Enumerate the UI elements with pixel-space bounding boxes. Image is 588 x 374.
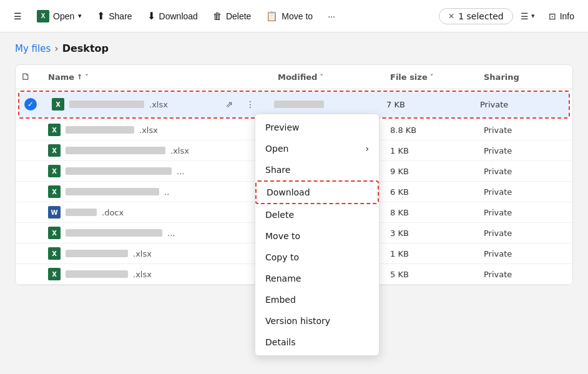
info-button[interactable]: ⊡ Info	[542, 7, 581, 25]
more-icon: ···	[328, 11, 335, 21]
excel-file-icon: X	[48, 124, 61, 136]
open-arrow-icon: ›	[365, 144, 369, 154]
context-menu-details[interactable]: Details	[255, 332, 379, 353]
context-menu-rename[interactable]: Rename	[255, 268, 379, 289]
breadcrumb: My files › Desktop	[15, 42, 573, 54]
row-sharing: Private	[479, 229, 572, 238]
check-icon: ✓	[24, 98, 37, 111]
file-extension: .xlsx	[170, 146, 189, 155]
download-label: Download	[159, 11, 198, 21]
row-file-size: 9 KB	[385, 167, 479, 176]
delete-button[interactable]: 🗑 Delete	[207, 7, 257, 25]
open-button[interactable]: X Open ▾	[31, 6, 88, 26]
share-icon: ⬆	[97, 10, 105, 22]
context-menu: Preview Open › Share Download Delete Mov…	[255, 114, 380, 356]
open-chevron-icon: ▾	[78, 12, 82, 20]
embed-label: Embed	[265, 295, 296, 305]
row-checkbox[interactable]: ✓	[19, 98, 47, 111]
row-name: X ...	[43, 227, 273, 239]
context-menu-open[interactable]: Open ›	[255, 138, 379, 159]
selected-badge: ✕ 1 selected	[439, 8, 513, 24]
header-name[interactable]: Name ↑ ˅	[43, 72, 273, 82]
context-menu-share[interactable]: Share	[255, 159, 379, 180]
copy-to-label: Copy to	[265, 252, 299, 262]
file-name-blur	[66, 229, 162, 237]
move-to-button[interactable]: 📋 Move to	[260, 7, 319, 26]
row-sharing: Private	[479, 270, 572, 279]
open-label: Open	[265, 144, 288, 154]
context-menu-copy-to[interactable]: Copy to	[255, 247, 379, 268]
view-options-button[interactable]: ☰ ▾	[516, 7, 540, 25]
move-to-label: Move to	[282, 11, 313, 21]
row-sharing: Private	[479, 125, 572, 135]
row-name: X ..	[43, 185, 273, 198]
row-sharing: Private	[475, 100, 569, 109]
breadcrumb-current: Desktop	[62, 42, 109, 54]
hamburger-icon: ☰	[14, 11, 22, 21]
context-menu-version-history[interactable]: Version history	[255, 310, 379, 332]
delete-icon: 🗑	[213, 11, 222, 21]
file-name-blur	[66, 188, 159, 195]
header-modified[interactable]: Modified ˅	[273, 72, 385, 82]
move-to-label: Move to	[265, 231, 300, 241]
sort-asc-icon: ↑	[77, 73, 82, 81]
context-menu-download[interactable]: Download	[255, 180, 379, 204]
breadcrumb-separator: ›	[54, 42, 58, 54]
hamburger-button[interactable]: ☰	[7, 7, 28, 25]
file-size-chevron-icon: ˅	[430, 73, 434, 81]
row-sharing: Private	[479, 187, 572, 197]
row-name: X ...	[43, 165, 273, 177]
share-link-icon[interactable]: ⇗	[220, 96, 238, 113]
excel-file-icon: X	[48, 247, 61, 260]
file-name-blur	[66, 250, 128, 257]
share-button[interactable]: ⬆ Share	[91, 6, 138, 26]
file-size-header-label: File size	[390, 72, 428, 82]
row-sharing: Private	[479, 208, 572, 217]
more-vert-icon[interactable]: ⋮	[242, 96, 259, 113]
name-header-label: Name	[48, 72, 74, 82]
context-menu-preview[interactable]: Preview	[255, 117, 379, 138]
more-button[interactable]: ···	[321, 7, 341, 25]
excel-file-icon: X	[52, 98, 64, 111]
breadcrumb-parent[interactable]: My files	[15, 43, 51, 54]
header-file-size[interactable]: File size ˅	[385, 72, 479, 82]
context-menu-embed[interactable]: Embed	[255, 289, 379, 310]
selected-count: 1 selected	[458, 11, 503, 21]
modified-blur	[274, 101, 324, 108]
row-modified	[269, 101, 381, 108]
row-file-size: 1 KB	[385, 146, 479, 155]
move-icon: 📋	[266, 11, 278, 22]
excel-icon: X	[37, 10, 49, 22]
view-chevron-icon: ▾	[531, 12, 535, 20]
context-menu-move-to[interactable]: Move to	[255, 225, 379, 247]
excel-file-icon: X	[48, 165, 61, 177]
row-sharing: Private	[479, 167, 572, 176]
download-button[interactable]: ⬇ Download	[141, 6, 204, 26]
file-extension: .xlsx	[139, 125, 158, 135]
file-extension: ..	[164, 187, 169, 197]
context-menu-delete[interactable]: Delete	[255, 204, 379, 225]
row-file-size: 8.8 KB	[385, 125, 479, 135]
details-label: Details	[265, 337, 296, 347]
file-extension: ...	[167, 229, 175, 238]
delete-label: Delete	[226, 11, 251, 21]
file-name-blur	[66, 209, 97, 216]
file-extension: ...	[177, 167, 184, 176]
share-label: Share	[265, 165, 290, 175]
file-type-icon: 🗋	[21, 71, 30, 82]
excel-file-icon: X	[48, 185, 61, 198]
sharing-header-label: Sharing	[484, 72, 519, 82]
file-extension: .xlsx	[133, 270, 152, 279]
close-icon[interactable]: ✕	[448, 12, 454, 21]
monitor-icon: ⊡	[549, 11, 556, 21]
content-area: My files › Desktop 🗋 Name ↑ ˅ Modified ˅	[0, 32, 588, 374]
sort-chevron-icon: ˅	[85, 73, 89, 81]
row-file-size: 7 KB	[381, 100, 475, 109]
excel-file-icon: X	[48, 227, 61, 239]
file-extension: .docx	[102, 208, 124, 217]
download-icon: ⬇	[147, 10, 155, 22]
download-label: Download	[267, 187, 310, 197]
row-file-size: 5 KB	[385, 270, 479, 279]
file-name-blur	[66, 167, 172, 175]
file-name-blur	[66, 270, 128, 278]
